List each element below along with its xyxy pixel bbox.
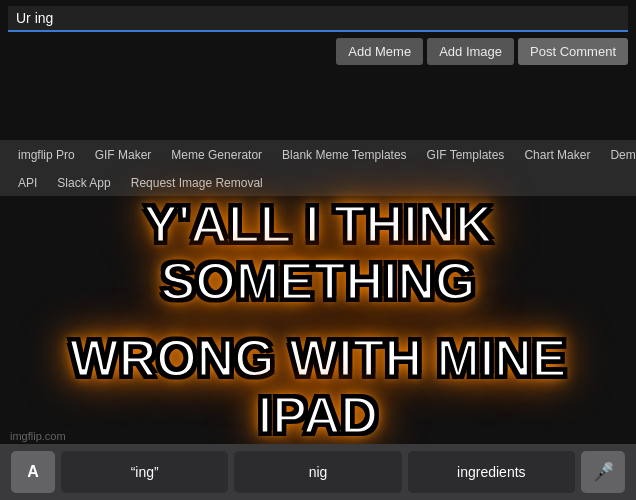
keyboard-bar: A “ing” nig ingredients 🎤	[0, 444, 636, 500]
nav-item-gif-maker[interactable]: GIF Maker	[85, 140, 162, 170]
input-text: Ur ing	[16, 10, 53, 26]
nav-item-gif-templates[interactable]: GIF Templates	[417, 140, 515, 170]
key-emoji-label: 🎤	[592, 461, 614, 483]
top-section: Ur ing	[0, 0, 636, 140]
keyboard-key-a[interactable]: A	[11, 451, 55, 493]
keyboard-key-emoji[interactable]: 🎤	[581, 451, 625, 493]
keyboard-key-ingredients[interactable]: ingredients	[408, 451, 575, 493]
post-comment-button[interactable]: Post Comment	[518, 38, 628, 65]
nav-item-blank-meme[interactable]: Blank Meme Templates	[272, 140, 417, 170]
meme-text-block: Y'ALL I THINK SOMETHING WRONG WITH MINE …	[0, 186, 636, 455]
nav-item-imgflip-pro[interactable]: imgflip Pro	[8, 140, 85, 170]
nav-bar: imgflip Pro GIF Maker Meme Generator Bla…	[0, 140, 636, 170]
add-meme-button[interactable]: Add Meme	[336, 38, 423, 65]
key-ingredients-label: ingredients	[457, 464, 526, 480]
watermark: imgflip.com	[10, 430, 66, 442]
nav-item-meme-generator[interactable]: Meme Generator	[161, 140, 272, 170]
keyboard-key-nig[interactable]: nig	[234, 451, 401, 493]
add-image-button[interactable]: Add Image	[427, 38, 514, 65]
meme-line2: WRONG WITH MINE IPAD	[0, 320, 636, 454]
meme-line1: Y'ALL I THINK SOMETHING	[0, 186, 636, 320]
action-buttons-row: Add Meme Add Image Post Comment	[336, 38, 628, 65]
key-ing-label: “ing”	[131, 464, 159, 480]
keyboard-key-ing[interactable]: “ing”	[61, 451, 228, 493]
nav-item-demotivational[interactable]: Demotivational Ma...	[600, 140, 636, 170]
key-nig-label: nig	[309, 464, 328, 480]
key-a-label: A	[27, 463, 39, 481]
meme-area: Y'ALL I THINK SOMETHING WRONG WITH MINE …	[0, 196, 636, 444]
nav-item-chart-maker[interactable]: Chart Maker	[514, 140, 600, 170]
